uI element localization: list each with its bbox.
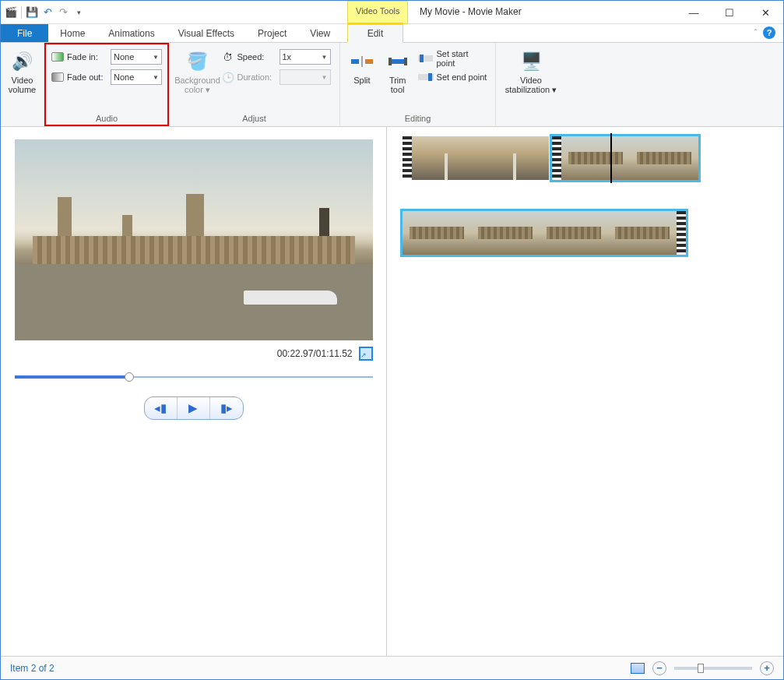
video-stabilization-label: Video stabilization ▾ (500, 76, 562, 94)
video-stabilization-button[interactable]: 🖥️ Video stabilization ▾ (500, 46, 562, 94)
speed-combo[interactable]: 1x ▼ (279, 49, 331, 65)
maximize-button[interactable]: ☐ (712, 1, 747, 24)
clip-thumbnail (540, 211, 608, 255)
thumbnail-size-icon[interactable] (631, 663, 645, 674)
status-item-text: Item 2 of 2 (10, 663, 54, 674)
svg-rect-5 (404, 58, 407, 65)
clip-thumbnail (561, 136, 630, 180)
video-volume-button[interactable]: 🔊 Video volume (3, 46, 42, 94)
fade-out-row: Fade out: None ▼ (51, 69, 162, 85)
help-icon[interactable]: ? (763, 26, 775, 39)
split-button[interactable]: Split (346, 46, 378, 85)
zoom-thumb[interactable] (698, 664, 704, 673)
time-display: 00:22.97/01:11.52 (277, 348, 353, 359)
svg-rect-1 (365, 59, 373, 64)
window-controls: — ☐ ✕ (676, 1, 783, 24)
tab-edit[interactable]: Edit (347, 23, 403, 43)
redo-icon[interactable]: ↷ (56, 5, 70, 19)
prev-frame-button[interactable]: ◂▮ (145, 397, 178, 419)
fade-in-value: None (114, 52, 134, 62)
playback-controls: ◂▮ ▶ ▮▸ (144, 396, 244, 420)
audio-group-label: Audio (96, 112, 118, 123)
duration-label: Duration: (237, 72, 276, 82)
contextual-tab-header: Video Tools (347, 1, 408, 24)
fullscreen-icon[interactable]: ↗ (359, 347, 373, 361)
speed-value: 1x (283, 52, 292, 62)
trim-icon (385, 49, 410, 74)
background-color-label: Background color ▾ (174, 76, 220, 94)
filmstrip-edge (677, 211, 686, 255)
speed-label: Speed: (237, 52, 276, 62)
tab-animations[interactable]: Animations (97, 24, 166, 42)
seek-thumb[interactable] (125, 372, 134, 382)
preview-time-row: 00:22.97/01:11.52 ↗ (15, 340, 373, 367)
zoom-out-button[interactable]: − (652, 661, 666, 675)
set-end-point-button[interactable]: Set end point (418, 72, 489, 82)
clip-2-selected[interactable] (552, 136, 698, 180)
clip-thumbnail (630, 136, 698, 180)
clip-1[interactable] (403, 136, 549, 180)
clip-2-continued[interactable] (403, 211, 686, 255)
background-color-button[interactable]: 🪣 Background color ▾ (178, 46, 217, 94)
filmstrip-edge (403, 136, 412, 180)
clip-thumbnail (412, 136, 480, 180)
group-audio: Fade in: None ▼ Fade out: None ▼ Audio (44, 43, 169, 126)
preview-video[interactable] (15, 139, 373, 340)
start-point-icon (418, 55, 434, 62)
clip-thumbnail (471, 211, 540, 255)
video-volume-label: Video volume (3, 76, 42, 94)
collapse-ribbon-icon[interactable]: ˆ (754, 29, 757, 37)
app-icon: 🎬 (4, 5, 18, 19)
ribbon-help-area: ˆ ? (754, 26, 775, 39)
seek-bar[interactable] (15, 372, 373, 382)
minimize-button[interactable]: — (676, 1, 712, 24)
clip-thumbnail (403, 211, 471, 255)
paint-bucket-icon: 🪣 (185, 49, 210, 74)
speedometer-icon: ⏱ (222, 51, 234, 63)
undo-icon[interactable]: ↶ (40, 5, 54, 19)
tab-visual-effects[interactable]: Visual Effects (167, 24, 246, 42)
trim-tool-label: Trim tool (382, 76, 413, 94)
split-icon (350, 49, 374, 74)
trim-tool-button[interactable]: Trim tool (382, 46, 413, 94)
fade-in-icon (51, 52, 64, 62)
zoom-slider[interactable] (674, 667, 752, 670)
playhead[interactable] (610, 133, 612, 183)
tab-view[interactable]: View (298, 24, 342, 42)
fade-out-value: None (114, 72, 134, 82)
status-bar: Item 2 of 2 − + (1, 656, 783, 679)
main-area: 00:22.97/01:11.52 ↗ ◂▮ ▶ ▮▸ (1, 127, 783, 657)
play-button[interactable]: ▶ (178, 397, 210, 419)
timeline-pane[interactable] (387, 127, 783, 657)
fade-in-row: Fade in: None ▼ (51, 49, 162, 65)
editing-group-label: Editing (405, 112, 431, 123)
clock-icon: 🕒 (222, 71, 234, 83)
fade-out-label: Fade out: (67, 72, 107, 82)
qat-dropdown-icon[interactable]: ▾ (72, 5, 86, 19)
adjust-controls: ⏱ Speed: 1x ▼ 🕒 Duration: ▼ (222, 46, 331, 85)
close-button[interactable]: ✕ (747, 1, 783, 24)
zoom-in-button[interactable]: + (760, 661, 774, 675)
next-frame-button[interactable]: ▮▸ (210, 397, 243, 419)
save-icon[interactable]: 💾 (25, 5, 39, 19)
set-point-buttons: Set start point Set end point (418, 46, 489, 82)
set-end-label: Set end point (437, 72, 487, 82)
ribbon-tabs: File Home Animations Visual Effects Proj… (1, 24, 783, 43)
title-bar: 🎬 💾 ↶ ↷ ▾ Video Tools My Movie - Movie M… (1, 1, 783, 24)
fade-in-combo[interactable]: None ▼ (111, 49, 162, 65)
tab-file[interactable]: File (1, 24, 48, 42)
fade-out-combo[interactable]: None ▼ (111, 69, 162, 85)
preview-pane: 00:22.97/01:11.52 ↗ ◂▮ ▶ ▮▸ (1, 127, 387, 657)
timeline-row-1 (403, 136, 768, 180)
group-editing: Split Trim tool Set start point Set end … (340, 43, 496, 126)
chevron-down-icon: ▼ (322, 54, 328, 61)
audio-fade-rows: Fade in: None ▼ Fade out: None ▼ (51, 46, 162, 85)
separator (21, 6, 22, 19)
tab-home[interactable]: Home (48, 24, 97, 42)
ribbon: 🔊 Video volume Fade in: None ▼ Fade out:… (1, 43, 783, 127)
set-start-point-button[interactable]: Set start point (418, 49, 489, 68)
tab-project[interactable]: Project (246, 24, 298, 42)
group-video-volume: 🔊 Video volume (1, 43, 44, 126)
chevron-down-icon: ▼ (153, 54, 159, 61)
adjust-group-label: Adjust (242, 112, 266, 123)
